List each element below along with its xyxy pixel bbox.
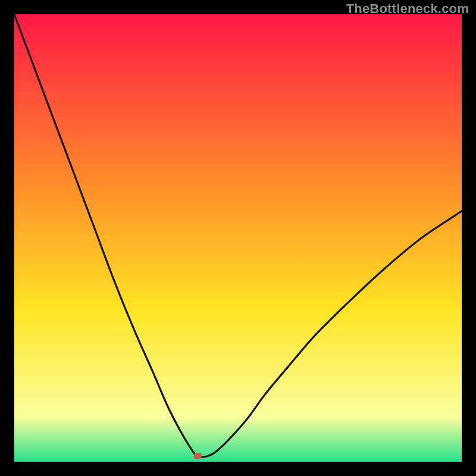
chart-frame: TheBottleneck.com bbox=[0, 0, 476, 476]
bottleneck-chart bbox=[14, 14, 462, 462]
optimal-marker bbox=[194, 453, 202, 459]
gradient-background bbox=[14, 14, 462, 462]
